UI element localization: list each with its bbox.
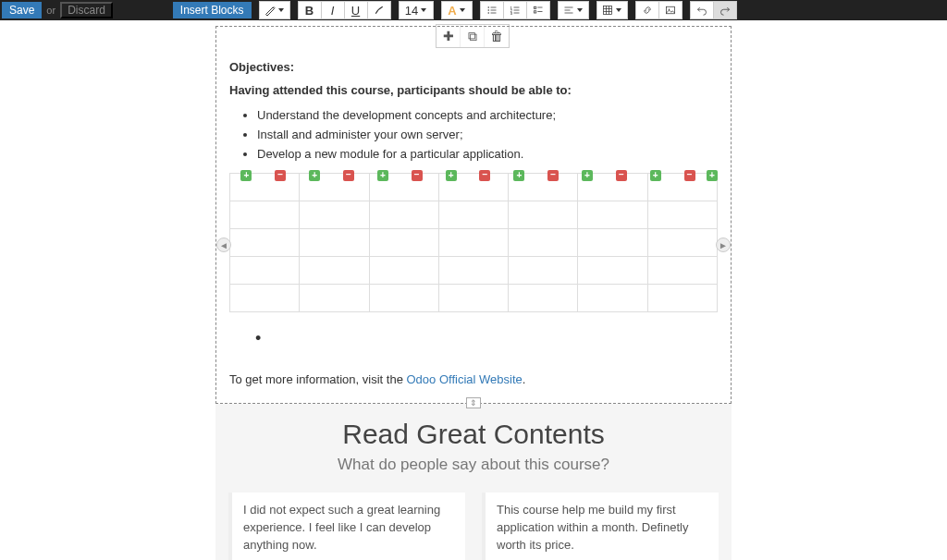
ol-button[interactable]: 123 [503, 1, 527, 19]
list-item[interactable]: Install and administer your own server; [257, 126, 718, 145]
col-add-end-icon[interactable] [707, 170, 718, 181]
insert-blocks-button[interactable]: Insert Blocks [173, 2, 252, 18]
svg-point-2 [487, 12, 489, 14]
svg-point-0 [487, 6, 489, 8]
bold-button[interactable]: B [298, 1, 322, 19]
objectives-title[interactable]: Objectives: [229, 60, 718, 74]
col-remove-icon[interactable] [479, 170, 490, 181]
col-add-icon[interactable] [240, 170, 252, 181]
svg-rect-6 [534, 6, 535, 8]
quote-card: I did not expect such a great learning e… [228, 493, 465, 560]
footer-suffix: . [523, 372, 526, 386]
table-move-right-handle[interactable]: ► [716, 237, 731, 252]
read-title: Read Great Contents [215, 419, 732, 450]
col-remove-icon[interactable] [343, 170, 354, 181]
align-button[interactable] [558, 1, 589, 19]
col-remove-icon[interactable] [547, 170, 559, 181]
ul-button[interactable] [480, 1, 504, 19]
col-remove-icon[interactable] [616, 170, 627, 181]
col-add-icon[interactable] [582, 170, 593, 181]
undo-button[interactable] [690, 1, 714, 19]
table-button[interactable] [596, 1, 628, 19]
read-subtitle: What do people say about this course? [215, 456, 732, 474]
redo-button[interactable] [713, 1, 737, 19]
link-button[interactable] [635, 1, 659, 19]
fontsize-value: 14 [405, 4, 418, 18]
col-add-icon[interactable] [513, 170, 524, 181]
objectives-subtitle[interactable]: Having attended this course, participant… [229, 83, 718, 97]
column-markers [229, 169, 718, 182]
table-editor: ◄ ► [229, 173, 718, 312]
content-table[interactable] [229, 173, 718, 312]
magic-wand-button[interactable] [259, 1, 290, 19]
svg-rect-7 [534, 11, 535, 13]
editor-area: ✚ ⧉ 🗑 Objectives: Having attended this c… [215, 26, 732, 404]
block-resize-handle[interactable]: ⇕ [466, 397, 481, 408]
empty-bullet[interactable]: • [255, 329, 718, 348]
toolbar-group-lists: 123 [480, 1, 550, 19]
svg-point-1 [487, 9, 489, 11]
toolbar-group-color: A [441, 1, 473, 19]
col-remove-icon[interactable] [684, 170, 695, 181]
checklist-button[interactable] [526, 1, 550, 19]
toolbar-group-history [690, 1, 737, 19]
clear-format-button[interactable] [367, 1, 391, 19]
underline-button[interactable]: U [344, 1, 368, 19]
quote-text: This course help me build my first appli… [497, 502, 707, 554]
col-add-icon[interactable] [446, 170, 457, 181]
toolbar-group-fontsize: 14 [399, 1, 434, 19]
svg-text:3: 3 [510, 12, 511, 16]
save-button[interactable]: Save [2, 2, 42, 18]
list-item[interactable]: Understand the development concepts and … [257, 106, 718, 126]
col-add-icon[interactable] [309, 170, 320, 181]
toolbar-group-link [635, 1, 683, 19]
objectives-list[interactable]: Understand the development concepts and … [257, 106, 718, 164]
toolbar-group-text: B I U [298, 1, 391, 19]
quote-text: I did not expect such a great learning e… [243, 502, 454, 554]
top-toolbar: Save or Discard Insert Blocks B I U 14 A… [0, 0, 947, 20]
col-remove-icon[interactable] [275, 170, 286, 181]
footer-prefix: To get more information, visit the [229, 372, 406, 386]
footer-link[interactable]: Odoo Official Website [406, 372, 522, 386]
discard-button[interactable]: Discard [60, 2, 113, 18]
svg-rect-9 [666, 6, 674, 14]
quotes-row: I did not expect such a great learning e… [215, 474, 732, 560]
editable-block[interactable]: Objectives: Having attended this course,… [215, 26, 732, 404]
toolbar-group-table [596, 1, 628, 19]
quote-card: This course help me build my first appli… [482, 493, 719, 560]
fontsize-dropdown[interactable]: 14 [399, 1, 434, 19]
or-text: or [42, 5, 60, 16]
font-color-button[interactable]: A [441, 1, 473, 19]
image-button[interactable] [658, 1, 683, 19]
footer-text[interactable]: To get more information, visit the Odoo … [229, 372, 718, 386]
svg-rect-8 [604, 6, 612, 15]
read-section: Read Great Contents What do people say a… [215, 404, 732, 560]
col-remove-icon[interactable] [412, 170, 423, 181]
toolbar-group-align [558, 1, 589, 19]
list-item[interactable]: Develop a new module for a particular ap… [257, 145, 718, 164]
col-add-icon[interactable] [650, 170, 661, 181]
col-add-icon[interactable] [377, 170, 388, 181]
italic-button[interactable]: I [321, 1, 345, 19]
toolbar-group-style [259, 1, 290, 19]
